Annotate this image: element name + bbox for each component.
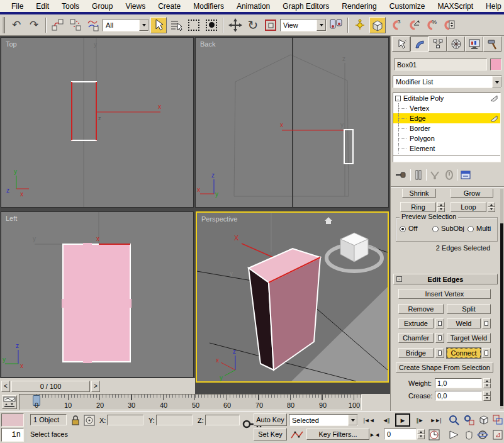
play-button[interactable]: ► (395, 413, 410, 427)
radio-off[interactable]: Off (400, 225, 417, 232)
show-end-result-icon[interactable] (413, 169, 423, 181)
object-name-field[interactable]: Box01 (394, 59, 487, 70)
chevron-down-icon[interactable] (348, 415, 357, 425)
window-crossing-icon[interactable] (203, 17, 220, 33)
tab-modify[interactable] (410, 36, 428, 52)
chamfer-settings-icon[interactable] (435, 333, 444, 343)
select-and-rotate-icon[interactable]: ↻ (245, 17, 261, 33)
stack-item-polygon[interactable]: Polygon (393, 133, 500, 143)
menu-animation[interactable]: Animation (230, 2, 276, 11)
menu-edit[interactable]: Edit (30, 2, 55, 11)
menu-rendering[interactable]: Rendering (335, 2, 383, 11)
edit-edges-rollout-header[interactable]: - Edit Edges (393, 274, 498, 284)
connect-button[interactable]: Connect (447, 348, 481, 358)
create-shape-from-selection-button[interactable]: Create Shape From Selection (396, 362, 493, 373)
tab-utilities[interactable] (483, 36, 501, 52)
select-and-scale-icon[interactable] (262, 17, 279, 33)
select-and-manipulate-icon[interactable] (352, 17, 368, 33)
select-by-name-icon[interactable] (168, 17, 184, 33)
unlink-selection-icon[interactable] (67, 17, 84, 33)
percent-snap-toggle-icon[interactable]: % (422, 17, 439, 33)
menu-maxscript[interactable]: MAXScript (431, 2, 479, 11)
go-to-end-button[interactable]: ►►| (428, 415, 443, 425)
zoom-extents-all-icon[interactable] (491, 413, 504, 426)
arc-rotate-icon[interactable] (476, 429, 490, 441)
redo-icon[interactable]: ↷ (26, 17, 42, 33)
split-button[interactable]: Split (447, 304, 491, 314)
tab-motion[interactable] (447, 36, 465, 52)
menu-views[interactable]: Views (119, 2, 152, 11)
undo-icon[interactable]: ↶ (8, 17, 25, 33)
zoom-icon[interactable] (447, 413, 461, 426)
set-key-button[interactable]: Set Key (254, 428, 287, 440)
modifier-list-dropdown[interactable]: Modifier List (393, 76, 502, 88)
insert-vertex-button[interactable]: Insert Vertex (398, 289, 491, 299)
panel-scrollbar[interactable] (500, 189, 503, 409)
current-frame-field[interactable]: 0 (384, 429, 417, 440)
time-configuration-icon[interactable] (428, 429, 440, 441)
perspective-viewport-canvas[interactable]: y X (197, 213, 388, 381)
menu-group[interactable]: Group (86, 2, 119, 11)
collapse-box-icon[interactable]: - (395, 96, 401, 101)
menu-customize[interactable]: Customize (383, 2, 432, 11)
extrude-button[interactable]: Extrude (398, 318, 434, 328)
stack-item-vertex[interactable]: Vertex (393, 103, 500, 113)
field-of-view-icon[interactable] (447, 429, 461, 441)
snap-toggle-3d-icon[interactable]: 3 (387, 17, 403, 33)
z-coordinate-field[interactable] (205, 415, 240, 425)
chevron-down-icon[interactable] (139, 20, 148, 31)
stack-root-editable-poly[interactable]: - Editable Poly (393, 93, 500, 103)
use-pivot-point-center-icon[interactable] (328, 17, 344, 33)
go-to-start-button[interactable]: |◄◄ (361, 415, 376, 425)
stack-item-element[interactable]: Element (393, 143, 500, 154)
zoom-all-icon[interactable] (462, 413, 476, 426)
connect-settings-icon[interactable] (482, 348, 491, 358)
extrude-settings-icon[interactable] (435, 318, 444, 328)
tab-create[interactable] (392, 36, 410, 52)
pin-stack-icon[interactable] (395, 169, 408, 181)
selection-filter-dropdown[interactable]: All (103, 19, 149, 31)
crease-field[interactable]: 0,0 (435, 391, 482, 401)
bridge-settings-icon[interactable] (435, 348, 444, 358)
top-viewport-canvas[interactable]: y z x y z x (1, 38, 194, 208)
chevron-down-icon[interactable] (316, 20, 326, 31)
stack-item-edge[interactable]: Edge (393, 113, 500, 123)
select-and-link-icon[interactable] (50, 17, 66, 33)
loop-button[interactable]: Loop (451, 202, 486, 212)
viewport-perspective[interactable]: Perspective y X (196, 211, 389, 383)
spinner-snap-toggle-icon[interactable] (440, 17, 456, 33)
menu-modifiers[interactable]: Modifiers (187, 2, 230, 11)
selection-lock-icon[interactable] (70, 415, 81, 426)
x-coordinate-field[interactable] (107, 415, 143, 425)
key-mode-toggle-button[interactable]: ►◄ (368, 429, 381, 440)
next-frame-button[interactable]: ||► (413, 415, 427, 425)
shrink-button[interactable]: Shrink (402, 189, 436, 198)
angle-snap-toggle-icon[interactable] (405, 17, 421, 33)
rectangular-selection-region-icon[interactable] (186, 17, 202, 33)
viewport-top-label[interactable]: Top (6, 40, 17, 48)
viewport-left[interactable]: Left y x z y x (1, 211, 194, 378)
snaps-toggle-button[interactable] (369, 17, 386, 33)
previous-frame-button[interactable]: ◄|| (379, 415, 393, 425)
select-object-button[interactable] (150, 17, 167, 33)
radio-multi[interactable]: Multi (468, 225, 491, 232)
left-viewport-canvas[interactable]: y x z y x (1, 212, 194, 378)
time-slider-back-button[interactable]: < (1, 381, 10, 392)
key-filters-button[interactable]: Key Filters... (306, 429, 369, 440)
y-coordinate-field[interactable] (156, 415, 193, 425)
key-selection-dropdown[interactable]: Selected (289, 414, 358, 426)
viewport-perspective-label[interactable]: Perspective (201, 215, 237, 223)
auto-key-button[interactable]: Auto Key (254, 413, 287, 426)
viewport-left-label[interactable]: Left (6, 215, 17, 222)
rollout-collapse-icon[interactable]: - (396, 276, 402, 282)
viewport-top[interactable]: Top y z x y z x (1, 37, 194, 208)
grow-button[interactable]: Grow (451, 189, 493, 198)
menu-file[interactable]: File (5, 2, 30, 11)
tab-display[interactable] (465, 36, 483, 52)
tab-hierarchy[interactable] (428, 36, 447, 52)
bind-to-space-warp-icon[interactable] (85, 17, 101, 33)
weld-settings-icon[interactable] (482, 318, 491, 328)
select-and-move-icon[interactable] (227, 17, 244, 33)
ring-button[interactable]: Ring (400, 202, 436, 212)
viewport-back-label[interactable]: Back (200, 40, 215, 48)
